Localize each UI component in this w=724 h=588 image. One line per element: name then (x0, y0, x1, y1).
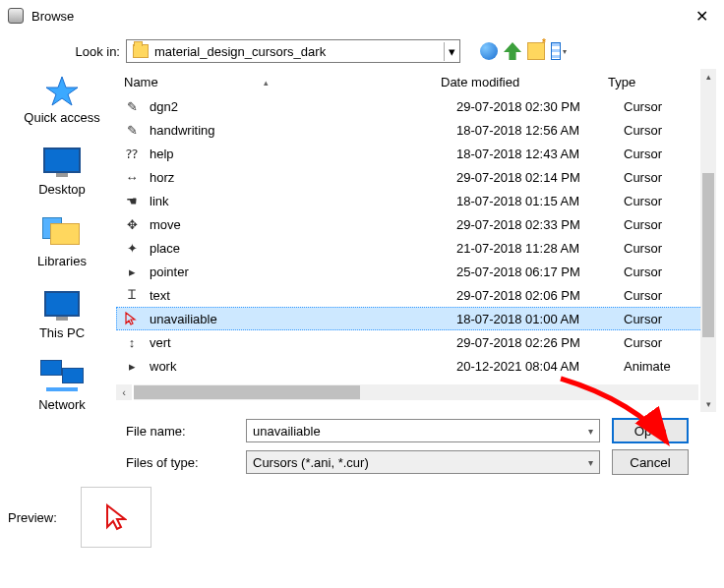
file-name: move (150, 217, 456, 232)
ptr-icon: ▸ (124, 358, 140, 374)
file-name: pointer (150, 265, 456, 279)
file-name: unavailiable (150, 312, 456, 326)
web-icon[interactable] (480, 42, 498, 60)
vscroll-thumb[interactable] (702, 173, 714, 337)
file-date: 29-07-2018 02:06 PM (456, 288, 624, 303)
filetype-value: Cursors (*.ani, *.cur) (253, 455, 588, 470)
filetype-select[interactable]: Cursors (*.ani, *.cur) ▾ (246, 450, 600, 474)
file-name: help (150, 147, 456, 161)
file-date: 18-07-2018 12:56 AM (456, 123, 624, 138)
file-date: 18-07-2018 01:15 AM (456, 194, 624, 208)
place-label: Network (38, 397, 86, 412)
file-name: horz (150, 170, 456, 185)
place-quick-access[interactable]: Quick access (24, 75, 99, 125)
app-icon (8, 8, 24, 24)
filename-input[interactable]: unavailiable ▾ (246, 419, 600, 442)
lookin-value: material_design_cursors_dark (154, 44, 444, 59)
file-name: place (150, 241, 456, 256)
file-list: Name▴ Date modified Type ✎dgn229-07-2018… (116, 69, 716, 412)
preview-cursor-icon (105, 503, 127, 531)
preview-pane (81, 487, 151, 548)
file-row[interactable]: ↔horz29-07-2018 02:14 PMCursor (116, 165, 716, 189)
place-network[interactable]: Network (38, 358, 86, 412)
hresize-icon: ↔ (124, 169, 140, 185)
up-one-level-icon[interactable] (504, 42, 521, 60)
place-label: Quick access (24, 110, 99, 125)
file-date: 21-07-2018 11:28 AM (456, 241, 624, 256)
chevron-down-icon[interactable]: ▾ (444, 42, 459, 61)
network-icon (40, 358, 84, 393)
hand-icon: ☚ (124, 193, 140, 208)
chevron-down-icon[interactable]: ▾ (588, 426, 593, 437)
file-name: work (150, 359, 456, 374)
file-date: 29-07-2018 02:33 PM (456, 217, 624, 232)
lookin-combo[interactable]: material_design_cursors_dark ▾ (126, 39, 460, 63)
place-desktop[interactable]: Desktop (38, 143, 86, 197)
scroll-down-icon[interactable]: ▾ (700, 396, 716, 412)
file-name: vert (150, 335, 456, 350)
pen-icon: ✎ (124, 122, 140, 138)
file-date: 29-07-2018 02:30 PM (456, 99, 624, 114)
cross-icon: ✦ (124, 240, 140, 256)
file-name: handwriting (150, 123, 456, 138)
preview-label: Preview: (8, 510, 57, 525)
file-row[interactable]: ☚link18-07-2018 01:15 AMCursor (116, 189, 716, 212)
pen-icon: ✎ (124, 98, 140, 114)
cancel-button[interactable]: Cancel (612, 449, 689, 475)
file-date: 18-07-2018 12:43 AM (456, 147, 624, 161)
vertical-scrollbar[interactable]: ▴ ▾ (700, 69, 716, 412)
scroll-up-icon[interactable]: ▴ (700, 69, 716, 85)
ptr-icon: ▸ (124, 264, 140, 279)
column-header-date[interactable]: Date modified (441, 75, 608, 89)
file-row[interactable]: ▸work20-12-2021 08:04 AMAnimate (116, 354, 716, 378)
filename-value: unavailiable (253, 424, 588, 439)
file-date: 29-07-2018 02:26 PM (456, 335, 624, 350)
file-row[interactable]: unavailiable18-07-2018 01:00 AMCursor (116, 307, 716, 330)
views-icon[interactable]: ▾ (551, 42, 569, 60)
thispc-icon (40, 286, 84, 322)
sort-indicator-icon: ▴ (264, 78, 269, 88)
horizontal-scrollbar[interactable]: ‹ › (116, 383, 716, 401)
file-row[interactable]: ▸pointer25-07-2018 06:17 PMCursor (116, 260, 716, 283)
move-icon: ✥ (124, 216, 140, 232)
hscroll-thumb[interactable] (134, 385, 360, 399)
file-row[interactable]: ✎handwriting18-07-2018 12:56 AMCursor (116, 118, 716, 142)
place-libraries[interactable]: Libraries (37, 214, 87, 268)
filename-label: File name: (126, 424, 234, 439)
libraries-icon (40, 214, 84, 250)
file-row[interactable]: ↕vert29-07-2018 02:26 PMCursor (116, 330, 716, 354)
new-folder-icon[interactable] (527, 42, 545, 60)
lookin-label: Look in: (8, 44, 126, 59)
chevron-down-icon[interactable]: ▾ (588, 457, 593, 468)
open-button[interactable]: Open (612, 418, 689, 443)
scroll-left-icon[interactable]: ‹ (116, 384, 132, 400)
window-title: Browse (31, 9, 688, 24)
file-row[interactable]: ⁇help18-07-2018 12:43 AMCursor (116, 142, 716, 165)
place-label: This PC (39, 325, 85, 340)
file-date: 29-07-2018 02:14 PM (456, 170, 624, 185)
svg-marker-0 (46, 77, 78, 105)
file-row[interactable]: ✥move29-07-2018 02:33 PMCursor (116, 212, 716, 236)
places-bar: Quick access Desktop Libraries This PC N… (8, 69, 116, 412)
unav-icon (124, 311, 140, 326)
place-thispc[interactable]: This PC (39, 286, 85, 340)
file-date: 25-07-2018 06:17 PM (456, 265, 624, 279)
help-icon: ⁇ (124, 146, 140, 161)
file-name: dgn2 (150, 99, 456, 114)
close-icon[interactable]: ✕ (688, 7, 716, 26)
file-date: 18-07-2018 01:00 AM (456, 312, 624, 326)
vresize-icon: ↕ (124, 334, 140, 350)
column-header-name[interactable]: Name▴ (116, 75, 441, 89)
file-row[interactable]: Ꮖtext29-07-2018 02:06 PMCursor (116, 283, 716, 307)
place-label: Desktop (38, 182, 86, 197)
file-row[interactable]: ✦place21-07-2018 11:28 AMCursor (116, 236, 716, 260)
place-label: Libraries (37, 254, 87, 268)
file-name: link (150, 194, 456, 208)
folder-icon (133, 44, 149, 58)
file-date: 20-12-2021 08:04 AM (456, 359, 624, 374)
desktop-icon (40, 143, 84, 178)
quick-access-icon (44, 75, 80, 106)
file-row[interactable]: ✎dgn229-07-2018 02:30 PMCursor (116, 94, 716, 118)
titlebar: Browse ✕ (0, 0, 724, 31)
ibeam-icon: Ꮖ (124, 287, 140, 303)
